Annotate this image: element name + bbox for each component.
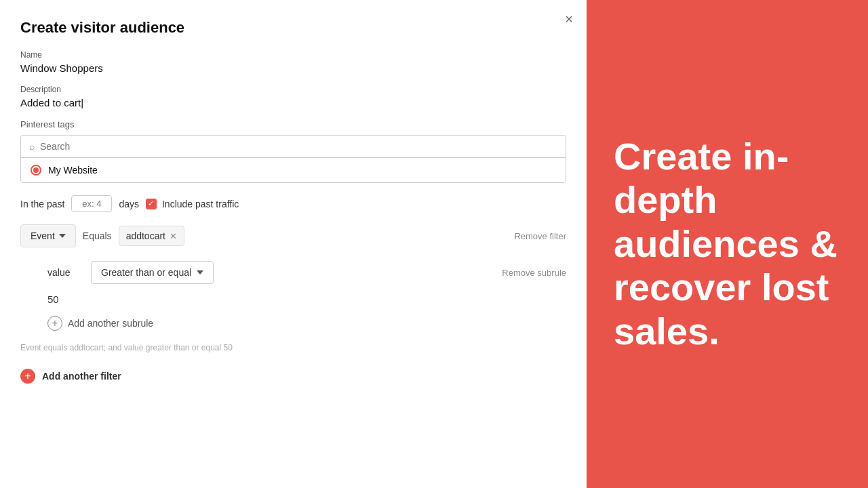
condition-label: Greater than or equal bbox=[101, 267, 191, 278]
include-past-traffic-checkbox[interactable]: ✓ bbox=[146, 199, 157, 209]
chevron-down-icon bbox=[197, 270, 203, 274]
radio-button[interactable] bbox=[31, 165, 41, 176]
chevron-down-icon bbox=[59, 234, 66, 238]
add-filter-button[interactable]: Add another filter bbox=[42, 371, 121, 382]
event-dropdown-button[interactable]: Event bbox=[20, 224, 76, 247]
left-panel: × Create visitor audience Name Window Sh… bbox=[0, 0, 587, 488]
event-label: Event bbox=[31, 230, 55, 241]
modal-title: Create visitor audience bbox=[20, 19, 566, 37]
remove-filter-button[interactable]: Remove filter bbox=[514, 231, 566, 241]
include-past-traffic-row[interactable]: ✓ Include past traffic bbox=[146, 199, 239, 209]
radio-button-inner bbox=[33, 167, 39, 173]
days-label: days bbox=[119, 199, 139, 209]
subrule-section: value Greater than or equal Remove subru… bbox=[47, 261, 566, 331]
condition-dropdown-button[interactable]: Greater than or equal bbox=[91, 261, 214, 284]
search-icon: ⌕ bbox=[29, 141, 35, 152]
remove-tag-icon[interactable]: ✕ bbox=[170, 232, 177, 241]
filter-row: Event Equals addtocart ✕ Remove filter bbox=[20, 224, 566, 247]
add-subrule-label: Add another subrule bbox=[68, 318, 153, 329]
name-label: Name bbox=[20, 50, 566, 60]
summary-text: Event equals addtocart; and value greate… bbox=[20, 343, 566, 352]
subrule-value-label: value bbox=[47, 267, 81, 278]
subrule-value-display: 50 bbox=[47, 293, 566, 305]
remove-subrule-button[interactable]: Remove subrule bbox=[502, 268, 566, 278]
add-subrule-icon: + bbox=[47, 316, 62, 331]
website-option-row[interactable]: My Website bbox=[21, 158, 566, 182]
search-input[interactable] bbox=[40, 141, 557, 152]
tag-value: addtocart bbox=[126, 230, 165, 241]
in-the-past-label: In the past bbox=[20, 199, 64, 209]
name-value: Window Shoppers bbox=[20, 62, 566, 74]
days-row: In the past days ✓ Include past traffic bbox=[20, 195, 566, 212]
equals-label: Equals bbox=[83, 230, 112, 241]
close-button[interactable]: × bbox=[565, 12, 573, 26]
right-panel-text: Create in-depth audiences & recover lost… bbox=[614, 135, 841, 353]
website-option-label: My Website bbox=[48, 165, 98, 176]
add-subrule-button[interactable]: + Add another subrule bbox=[47, 316, 153, 331]
description-label: Description bbox=[20, 85, 566, 94]
subrule-row: value Greater than or equal Remove subru… bbox=[47, 261, 566, 284]
add-filter-icon: + bbox=[20, 369, 35, 384]
pinterest-tags-label: Pinterest tags bbox=[20, 119, 566, 129]
search-input-row[interactable]: ⌕ bbox=[21, 136, 566, 158]
description-value[interactable]: Added to cart bbox=[20, 97, 566, 108]
search-box: ⌕ My Website bbox=[20, 135, 566, 183]
days-input[interactable] bbox=[71, 195, 112, 212]
tag-chip: addtocart ✕ bbox=[119, 226, 184, 246]
right-panel: Create in-depth audiences & recover lost… bbox=[587, 0, 868, 488]
close-icon: × bbox=[565, 12, 573, 26]
add-filter-row: + Add another filter bbox=[20, 369, 566, 384]
include-past-traffic-label: Include past traffic bbox=[162, 199, 239, 209]
checkmark-icon: ✓ bbox=[148, 200, 154, 207]
